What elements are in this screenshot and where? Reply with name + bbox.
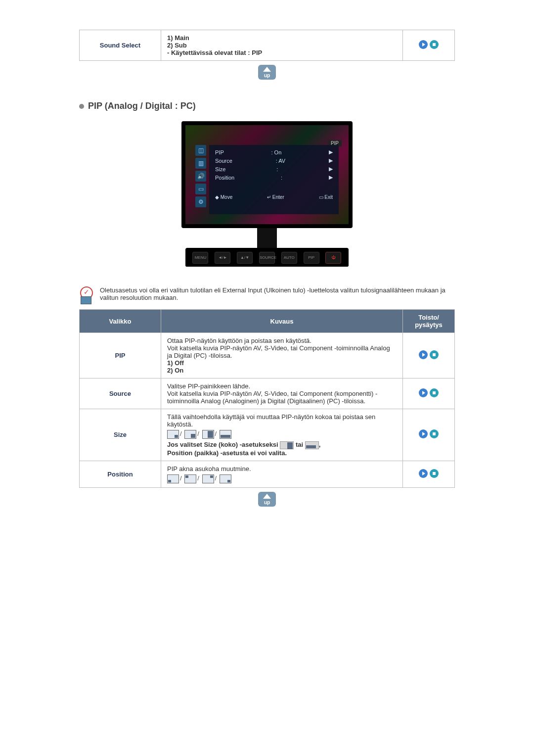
play-icon[interactable] — [419, 429, 428, 438]
btn-source[interactable]: SOURCE — [259, 252, 275, 264]
row-source-label: Source — [80, 378, 161, 409]
osd-r4-label: Position — [215, 175, 234, 181]
up-link-1[interactable] — [79, 65, 455, 81]
up-link-2[interactable] — [79, 492, 455, 508]
btn-pip[interactable]: PIP — [304, 252, 319, 264]
pos-opt3-icon — [202, 474, 214, 483]
play-icon[interactable] — [419, 469, 428, 478]
section-title: PIP (Analog / Digital : PC) — [79, 101, 455, 111]
size-opt4-icon — [220, 430, 231, 439]
monitor-button-bar: MENU ◄/► ▲/▼ SOURCE AUTO PIP ⏻ — [185, 249, 349, 267]
size-wide1-icon — [280, 441, 294, 449]
soundselect-opt2: 2) Sub — [167, 42, 397, 49]
btn-menu[interactable]: MENU — [192, 252, 208, 264]
stop-icon[interactable] — [430, 388, 439, 397]
bullet-icon — [79, 104, 84, 109]
row-position-label: Position — [80, 461, 161, 487]
osd-r2-label: Source — [215, 158, 232, 164]
section-title-text: PIP (Analog / Digital : PC) — [88, 101, 196, 111]
pos-opt2-icon — [184, 474, 196, 483]
btn-leftright[interactable]: ◄/► — [215, 252, 230, 264]
pip-table: Valikko Kuvaus Toisto/pysäytys PIP Ottaa… — [79, 309, 455, 488]
osd-arrow-icon: ▶ — [329, 149, 333, 155]
row-pip-ctrl — [403, 333, 455, 378]
row-size-label: Size — [80, 409, 161, 461]
play-icon[interactable] — [419, 350, 428, 359]
monitor-illustration: PIP ◫ ▥ 🔊 ▭ ⚙ PIP: On▶ Source: AV▶ Size:… — [79, 121, 455, 267]
th-valikko: Valikko — [80, 310, 161, 333]
stop-icon[interactable] — [430, 429, 439, 438]
osd-r1-label: PIP — [215, 149, 224, 155]
row-source-ctrl — [403, 378, 455, 409]
up-arrow-icon — [258, 65, 276, 80]
osd-r4-val: : — [281, 175, 282, 181]
row-size-desc: Tällä vaihtoehdolla käyttäjä voi muuttaa… — [161, 409, 403, 461]
th-kuvaus: Kuvaus — [161, 310, 403, 333]
stop-icon[interactable] — [430, 350, 439, 359]
btn-power[interactable]: ⏻ — [325, 252, 341, 264]
osd-icon-sound: 🔊 — [195, 171, 206, 182]
row-pip-label: PIP — [80, 333, 161, 378]
osd-r2-val: : AV — [276, 158, 285, 164]
osd-foot-exit: ▭ Exit — [319, 194, 333, 200]
osd-r1-val: : On — [271, 149, 281, 155]
play-icon[interactable] — [419, 40, 428, 49]
row-pip-desc: Ottaa PIP-näytön käyttöön ja poistaa sen… — [161, 333, 403, 378]
osd-arrow-icon: ▶ — [329, 166, 333, 172]
osd-r3-val: : — [276, 166, 278, 172]
pos-opt4-icon — [220, 474, 231, 483]
osd-icon-picture: ◫ — [195, 145, 206, 156]
size-opt1-icon — [167, 430, 179, 439]
btn-updown[interactable]: ▲/▼ — [237, 252, 253, 264]
note-text: Oletusasetus voi olla eri valitun tuloti… — [100, 286, 455, 301]
osd-foot-move: ◆ Move — [215, 194, 232, 200]
size-opt3-icon — [202, 430, 214, 439]
osd-foot-enter: ↵ Enter — [267, 194, 284, 200]
btn-auto[interactable]: AUTO — [281, 252, 297, 264]
up-arrow-icon — [258, 492, 276, 507]
size-opt2-icon — [184, 430, 196, 439]
osd-r3-label: Size — [215, 166, 225, 172]
row-source-desc: Valitse PIP-painikkeen lähde. Voit katse… — [161, 378, 403, 409]
osd-arrow-icon: ▶ — [329, 174, 333, 181]
osd-icon-setup: ▭ — [195, 184, 206, 194]
soundselect-ctrl — [403, 30, 455, 61]
th-toisto: Toisto/pysäytys — [403, 310, 455, 333]
note-icon: ✓ — [79, 286, 93, 304]
size-wide2-icon — [305, 441, 319, 449]
osd-icon-pip: ▥ — [195, 158, 206, 169]
osd-icon-gear: ⚙ — [195, 196, 206, 207]
row-size-ctrl — [403, 409, 455, 461]
soundselect-opt1: 1) Main — [167, 34, 397, 42]
soundselect-desc: 1) Main 2) Sub - Käytettävissä olevat ti… — [161, 30, 403, 61]
note-row: ✓ Oletusasetus voi olla eri valitun tulo… — [79, 286, 455, 304]
row-position-desc: PIP akna asukoha muutmine. / / / — [161, 461, 403, 487]
soundselect-modes: - Käytettävissä olevat tilat : PIP — [167, 49, 397, 56]
pos-opt1-icon — [167, 474, 179, 483]
soundselect-table: Sound Select 1) Main 2) Sub - Käytettävi… — [79, 30, 455, 61]
soundselect-label: Sound Select — [80, 30, 161, 61]
row-position-ctrl — [403, 461, 455, 487]
stop-icon[interactable] — [430, 469, 439, 478]
play-icon[interactable] — [419, 388, 428, 397]
osd-arrow-icon: ▶ — [329, 157, 333, 164]
stop-icon[interactable] — [430, 40, 439, 49]
